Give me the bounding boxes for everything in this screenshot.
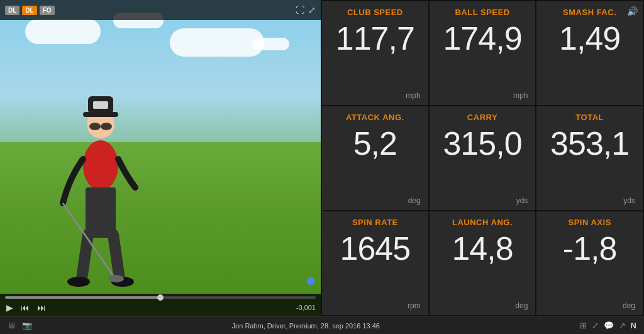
stat-cell-carry: CARRY 315,0 yds xyxy=(430,106,536,210)
status-icons-left: 🖥 📷 xyxy=(8,321,32,330)
carry-label: CARRY xyxy=(467,113,497,122)
carry-value: 315,0 xyxy=(443,127,521,160)
stat-cell-club-speed: CLUB SPEED 117,7 mph xyxy=(322,1,428,105)
attack-ang-label: ATTACK ANG. xyxy=(346,113,404,122)
video-toolbar: DL DL FO ⛶ ⤢ xyxy=(0,0,321,20)
cloud-decoration xyxy=(25,19,101,44)
spin-rate-label: SPIN RATE xyxy=(352,218,398,227)
svg-point-6 xyxy=(101,123,112,130)
svg-rect-4 xyxy=(93,101,108,109)
prev-frame-button[interactable]: ⏮ xyxy=(19,301,31,314)
club-speed-unit: mph xyxy=(406,91,420,100)
ball-speed-value: 174,9 xyxy=(443,22,521,55)
arrows-icon[interactable]: ⤢ xyxy=(592,321,599,330)
progress-dot[interactable] xyxy=(157,294,164,301)
ball-speed-label: BALL SPEED xyxy=(455,8,509,17)
stat-cell-attack-ang: ATTACK ANG. 5,2 deg xyxy=(322,106,428,210)
spin-axis-value: -1,8 xyxy=(563,232,617,265)
svg-point-11 xyxy=(109,275,124,282)
camera-icon[interactable]: 📷 xyxy=(22,321,32,330)
launch-ang-value: 14,8 xyxy=(452,232,513,265)
stat-cell-ball-speed: BALL SPEED 174,9 mph xyxy=(430,1,536,105)
spin-rate-value: 1645 xyxy=(340,232,410,265)
play-button[interactable]: ▶ xyxy=(5,301,14,314)
speed-indicator xyxy=(307,277,314,285)
status-info: Jon Rahm, Driver, Premium, 28. sep 2016 … xyxy=(37,322,575,330)
video-controls: ▶ ⏮ ⏭ -0,001 xyxy=(0,294,321,316)
attack-ang-value: 5,2 xyxy=(353,127,397,160)
club-speed-label: CLUB SPEED xyxy=(347,8,403,17)
monitor-icon[interactable]: 🖥 xyxy=(8,321,16,330)
stat-cell-total: TOTAL 353,1 yds xyxy=(536,106,643,210)
spin-rate-unit: rpm xyxy=(408,301,421,310)
svg-point-0 xyxy=(83,140,118,191)
letter-n-icon[interactable]: N xyxy=(631,321,636,330)
total-label: TOTAL xyxy=(575,113,604,122)
time-display: -0,001 xyxy=(296,304,316,311)
attack-ang-unit: deg xyxy=(408,196,421,205)
message-icon[interactable]: 💬 xyxy=(604,321,614,330)
ball-speed-unit: mph xyxy=(513,91,528,100)
club-speed-value: 117,7 xyxy=(336,22,414,55)
smash-fac-value: 1,49 xyxy=(559,22,620,55)
grid-icon[interactable]: ⊞ xyxy=(580,321,587,330)
cloud-decoration xyxy=(170,28,264,57)
fullscreen-icon[interactable]: ⛶ xyxy=(296,5,304,15)
video-panel: DL DL FO ⛶ ⤢ ▶ ⏮ ⏭ -0,001 xyxy=(0,0,321,316)
total-unit: yds xyxy=(623,196,635,205)
status-icons-right: ⊞ ⤢ 💬 ↗ N xyxy=(580,321,636,330)
badge-dl-2[interactable]: DL xyxy=(22,6,36,15)
svg-point-8 xyxy=(67,277,90,287)
spin-axis-unit: deg xyxy=(623,301,635,310)
progress-bar[interactable] xyxy=(5,296,316,299)
cloud-decoration xyxy=(252,38,289,50)
launch-ang-label: LAUNCH ANG. xyxy=(452,218,513,227)
badge-fo[interactable]: FO xyxy=(40,6,55,15)
progress-fill xyxy=(5,296,160,299)
next-frame-button[interactable]: ⏭ xyxy=(36,301,47,314)
golfer-figure xyxy=(38,65,164,291)
video-background xyxy=(0,0,321,316)
badge-dl-1[interactable]: DL xyxy=(5,6,19,15)
spin-axis-label: SPIN AXIS xyxy=(569,218,611,227)
stat-cell-spin-rate: SPIN RATE 1645 rpm xyxy=(322,211,428,315)
expand-icon[interactable]: ⤢ xyxy=(308,5,316,15)
stat-cell-launch-ang: LAUNCH ANG. 14,8 deg xyxy=(430,211,536,315)
total-value: 353,1 xyxy=(550,127,629,160)
stat-cell-spin-axis: SPIN AXIS -1,8 deg xyxy=(536,211,643,315)
sound-icon[interactable]: 🔊 xyxy=(627,6,638,16)
stats-panel: CLUB SPEED 117,7 mph BALL SPEED 174,9 mp… xyxy=(321,0,644,316)
stat-cell-smash-factor: SMASH FAC. 1,49 🔊 xyxy=(536,1,643,105)
smash-fac-label: SMASH FAC. xyxy=(563,8,616,17)
launch-ang-unit: deg xyxy=(515,301,528,310)
share-icon[interactable]: ↗ xyxy=(619,321,626,330)
svg-point-5 xyxy=(89,123,101,130)
status-bar: 🖥 📷 Jon Rahm, Driver, Premium, 28. sep 2… xyxy=(0,316,644,334)
carry-unit: yds xyxy=(516,196,528,205)
